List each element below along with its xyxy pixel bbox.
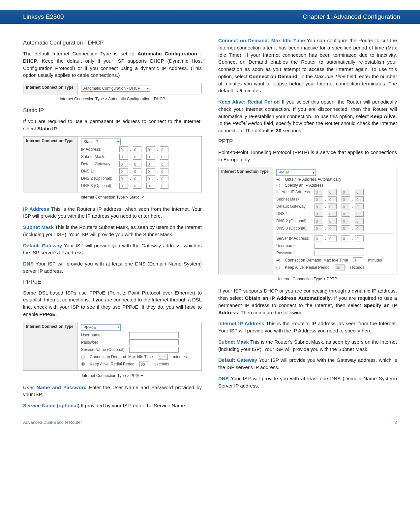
cod-desc: Connect on Demand: Max Idle Time You can…: [218, 37, 397, 94]
user-pass-desc: User Name and Password Enter the User Na…: [23, 384, 202, 398]
staticip-heading: Static IP: [23, 107, 202, 114]
ip-octet[interactable]: 0: [119, 146, 128, 152]
pptp-caption: Internet Connection Type > PPTP: [218, 277, 397, 281]
product-name: Linksys E2500: [23, 13, 64, 20]
dhcp-heading: Automatic Configuration - DHCP: [23, 40, 202, 46]
right-column: Connect on Demand: Max Idle Time You can…: [218, 37, 397, 413]
pppoe-dropdown[interactable]: PPPoE ▾: [81, 324, 121, 331]
staticip-paragraph: If you are required to use a permanent I…: [23, 118, 202, 132]
password-input[interactable]: [129, 339, 179, 345]
chevron-down-icon: ▾: [117, 326, 119, 329]
auto-ip-radio[interactable]: [276, 178, 280, 181]
default-gateway-desc: Default Gateway Your ISP will provide yo…: [23, 242, 202, 257]
footer-left: Advanced Dual-Band N Router: [23, 420, 82, 425]
pptp-obtain-desc: If your ISP supports DHCP or you are con…: [218, 287, 397, 316]
pptp-ka-value[interactable]: 30: [335, 265, 345, 270]
pppoe-heading: PPPoE: [23, 279, 202, 285]
pptp-ip-desc: Internet IP Address This is the Router's…: [218, 320, 397, 334]
dhcp-caption: Internet Connection Type > Automatic Con…: [23, 97, 202, 101]
ka-value[interactable]: 30: [139, 361, 149, 367]
pppoe-figure: Internet Connection Type PPPoE ▾ User na…: [23, 322, 202, 371]
pptp-fig-label: Internet Connection Type: [219, 167, 273, 274]
ip-address-desc: IP Address This is the Router's IP addre…: [23, 205, 202, 220]
pptp-ka-radio[interactable]: [276, 266, 280, 269]
pppoe-fig-label: Internet Connection Type: [23, 322, 78, 370]
pptp-figure: Internet Connection Type PPTP ▾ Obtain I…: [218, 167, 397, 274]
pptp-dropdown[interactable]: PPTP ▾: [276, 169, 316, 176]
service-name-input[interactable]: [129, 347, 179, 353]
left-column: Automatic Configuration - DHCP The defau…: [23, 37, 202, 413]
pptp-heading: PPTP: [218, 138, 397, 145]
dhcp-fig-label: Internet Connection Type: [23, 83, 78, 94]
page-number: 2: [395, 420, 397, 425]
staticip-dropdown[interactable]: Static IP ▾: [81, 139, 121, 145]
header-bar: Linksys E2500 Chapter 1: Advanced Config…: [0, 10, 420, 24]
pptp-cod-radio[interactable]: [276, 259, 280, 262]
staticip-caption: Internet Connection Type > Static IP: [23, 195, 202, 200]
chevron-down-icon: ▾: [313, 171, 314, 174]
pptp-paragraph: Point-to-Point Tunneling Protocol (PPTP)…: [218, 149, 397, 163]
staticip-fig-label: Internet Connection Type: [23, 137, 78, 192]
footer: Advanced Dual-Band N Router 2: [0, 413, 420, 425]
pptp-mask-desc: Subnet Mask This is the Router's Subnet …: [218, 338, 397, 353]
specify-ip-radio[interactable]: [276, 184, 280, 187]
pptp-password-input[interactable]: [315, 250, 364, 256]
dhcp-paragraph: The default Internet Connection Type is …: [23, 50, 202, 79]
pptp-dns-desc: DNS Your ISP will provide you with at le…: [218, 375, 397, 390]
chapter-title: Chapter 1: Advanced Configuration: [303, 13, 400, 20]
staticip-figure: Internet Connection Type Static IP ▾ IP …: [23, 136, 202, 192]
dhcp-dropdown[interactable]: Automatic Configuration - DHCP ▾: [81, 85, 150, 92]
cod-radio[interactable]: [81, 355, 85, 359]
dns-desc: DNS Your ISP will provide you with at le…: [23, 260, 202, 275]
ka-desc: Keep Alive: Redial Period If you select …: [218, 98, 397, 134]
subnet-mask-desc: Subnet Mask This is the Router's Subnet …: [23, 224, 202, 238]
pptp-cod-value[interactable]: 5: [353, 257, 363, 263]
ka-radio[interactable]: [81, 362, 85, 366]
pppoe-caption: Internet Connection Type > PPPoE: [23, 373, 202, 378]
cod-value[interactable]: 5: [158, 354, 168, 360]
service-name-desc: Service Name (optional) If provided by y…: [23, 402, 202, 409]
chevron-down-icon: ▾: [117, 140, 119, 143]
username-input[interactable]: [129, 332, 179, 338]
pppoe-paragraph: Some DSL-based ISPs use PPPoE (Point-to-…: [23, 289, 202, 318]
chevron-down-icon: ▾: [147, 87, 149, 90]
pptp-username-input[interactable]: [315, 243, 364, 249]
pptp-gw-desc: Default Gateway Your ISP will provide yo…: [218, 357, 397, 371]
dhcp-figure: Internet Connection Type Automatic Confi…: [23, 83, 202, 94]
